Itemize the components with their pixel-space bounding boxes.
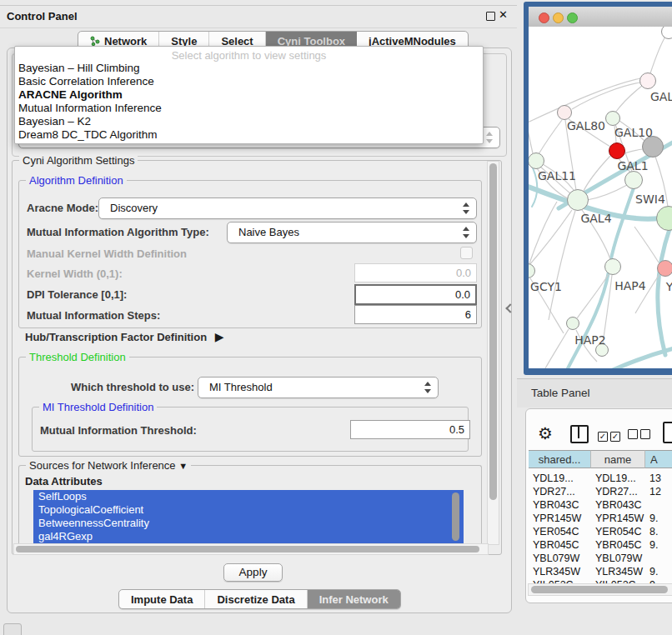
network-node-red[interactable] — [609, 142, 625, 159]
algorithm-option[interactable]: Mutual Information Inference — [15, 102, 483, 115]
data-attribute-item[interactable]: SelfLoops — [33, 490, 464, 503]
network-icon — [90, 36, 100, 46]
cell[interactable]: YDR27... — [529, 485, 591, 498]
cell[interactable]: 9. — [645, 565, 672, 578]
settings-vertical-scrollbar-thumb[interactable] — [489, 163, 497, 500]
algorithm-option[interactable]: Bayesian – Hill Climbing — [15, 62, 483, 75]
tab-infer-network[interactable]: Infer Network — [308, 590, 400, 608]
network-node[interactable] — [639, 72, 656, 89]
cell[interactable]: YDL19... — [591, 472, 645, 485]
table-horizontal-scrollbar-thumb[interactable] — [531, 586, 668, 593]
settings-horizontal-scrollbar-thumb[interactable] — [16, 546, 479, 552]
network-canvas[interactable]: GAL GAL80 GAL10 GAL1 GAL11 SWI4 GAL4 GCY… — [529, 27, 672, 368]
column-header-cut[interactable]: A — [645, 450, 672, 468]
cell[interactable]: 9. — [645, 538, 672, 552]
algorithm-option[interactable]: Bayesian – K2 — [15, 115, 483, 128]
combo-arrows-icon — [463, 226, 470, 239]
cell[interactable]: YBL079W — [529, 552, 591, 565]
mi-steps-field[interactable]: 6 — [354, 305, 477, 324]
network-node-hap2[interactable] — [566, 317, 579, 330]
settings-vertical-scrollbar[interactable] — [487, 161, 499, 545]
aracne-mode-value: Discovery — [110, 202, 158, 214]
chevron-down-icon[interactable]: ▼ — [178, 461, 188, 471]
cell[interactable]: YBR045C — [529, 538, 591, 552]
minimize-traffic-light[interactable] — [553, 12, 564, 23]
algorithm-option-selected[interactable]: ARACNE Algorithm — [15, 88, 483, 102]
aracne-mode-combo[interactable]: Discovery — [98, 198, 477, 219]
cell[interactable]: YPR145W — [529, 512, 591, 525]
mi-threshold-field[interactable]: 0.5 — [350, 420, 470, 439]
dpi-tolerance-field[interactable]: 0.0 — [354, 284, 477, 305]
network-node-gal11[interactable] — [529, 152, 544, 169]
cell[interactable]: 12 — [645, 485, 672, 498]
columns-icon[interactable] — [570, 425, 589, 443]
table-horizontal-scrollbar[interactable] — [528, 583, 672, 596]
manual-kernel-label: Manual Kernel Width Definition — [27, 248, 187, 260]
network-node-hap4[interactable] — [604, 258, 621, 275]
apply-button[interactable]: Apply — [223, 563, 283, 582]
select-all-columns-icon[interactable]: ✓✓ — [598, 428, 623, 442]
cell[interactable] — [645, 498, 672, 512]
algorithm-option[interactable]: Basic Correlation Inference — [15, 75, 483, 88]
table-row[interactable]: YPR145W YPR145W 9. — [529, 512, 672, 525]
list-scrollbar-thumb[interactable] — [452, 492, 459, 541]
cell[interactable]: 8. — [645, 525, 672, 538]
unchecked-box-icon — [640, 429, 650, 439]
settings-horizontal-scrollbar[interactable] — [13, 543, 489, 555]
hub-expander[interactable]: Hub/Transcription Factor Definition ▶ — [25, 330, 224, 343]
tab-infer-label: Infer Network — [319, 593, 389, 606]
cell[interactable]: YLR345W — [591, 565, 645, 578]
gear-icon[interactable]: ⚙ — [538, 423, 553, 443]
table-row[interactable]: YBR043C YBR043C — [529, 498, 672, 512]
cell[interactable]: 9. — [645, 512, 672, 525]
cell[interactable]: YBR043C — [591, 498, 645, 512]
data-attribute-item[interactable]: BetweennessCentrality — [33, 517, 464, 530]
combo-arrows-icon — [424, 381, 432, 394]
kernel-width-field[interactable]: 0.0 — [354, 263, 477, 282]
network-node-salmon[interactable] — [657, 260, 672, 277]
mi-type-combo[interactable]: Naive Bayes — [227, 222, 477, 243]
export-table-icon[interactable] — [663, 422, 672, 443]
maximize-traffic-light[interactable] — [567, 12, 578, 23]
table-row[interactable]: YER054C YER054C 8. — [529, 525, 672, 538]
cell[interactable] — [645, 552, 672, 565]
table-panel-title: Table Panel — [531, 387, 590, 399]
cell[interactable]: YDR27... — [591, 485, 645, 498]
cell[interactable]: YBR045C — [591, 538, 645, 552]
table-row[interactable]: YLR345W YLR345W 9. — [529, 565, 672, 578]
tab-impute-data[interactable]: Impute Data — [119, 590, 205, 608]
table-row[interactable]: YDR27... YDR27... 12 — [529, 485, 672, 498]
float-window-icon[interactable] — [486, 12, 495, 21]
which-threshold-value: MI Threshold — [209, 381, 273, 393]
cell[interactable]: YER054C — [591, 525, 645, 538]
cell[interactable]: YER054C — [529, 525, 591, 538]
close-icon[interactable]: ✕ — [499, 8, 508, 21]
cell[interactable]: YDL19... — [529, 472, 591, 485]
data-attribute-item[interactable]: TopologicalCoefficient — [33, 503, 464, 517]
chevron-right-icon: ▶ — [215, 330, 224, 343]
cell[interactable]: YPR145W — [591, 512, 645, 525]
column-header-shared-name[interactable]: shared... — [529, 450, 591, 468]
manual-kernel-checkbox[interactable] — [460, 247, 473, 259]
cell[interactable]: 13 — [645, 472, 672, 485]
network-node-gal80[interactable] — [557, 105, 572, 120]
table-row[interactable]: YDL19... YDL19... 13 — [529, 472, 672, 485]
table-row[interactable]: YBR045C YBR045C 9. — [529, 538, 672, 552]
which-threshold-combo[interactable]: MI Threshold — [198, 377, 439, 398]
data-attribute-item[interactable]: gal4RGexp — [33, 530, 464, 543]
tab-discretize-data[interactable]: Discretize Data — [205, 590, 307, 608]
node-label-hap4: HAP4 — [614, 279, 645, 292]
table-row[interactable]: YBL079W YBL079W — [529, 552, 672, 565]
network-node-gal1[interactable] — [624, 171, 643, 189]
cell[interactable]: YBR043C — [529, 498, 591, 512]
network-node-gal4[interactable] — [567, 189, 589, 211]
close-traffic-light[interactable] — [539, 12, 549, 23]
column-header-name[interactable]: name — [591, 450, 645, 468]
node-label-gal80: GAL80 — [567, 119, 605, 132]
cell[interactable]: YLR345W — [529, 565, 591, 578]
deselect-all-columns-icon[interactable] — [628, 428, 653, 442]
cell[interactable]: YBL079W — [591, 552, 645, 565]
algorithm-option[interactable]: Dream8 DC_TDC Algorithm — [15, 128, 483, 142]
corner-button[interactable] — [3, 623, 22, 635]
network-node-gal10[interactable] — [605, 111, 620, 126]
